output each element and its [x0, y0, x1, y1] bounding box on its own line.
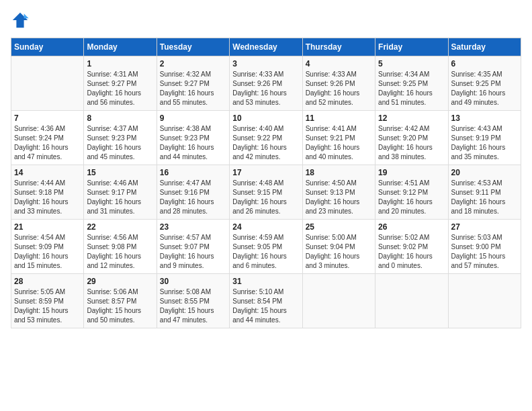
day-info: Sunrise: 4:42 AMSunset: 9:20 PMDaylight:… — [378, 124, 445, 162]
calendar-cell: 6 Sunrise: 4:35 AMSunset: 9:25 PMDayligh… — [448, 56, 521, 111]
day-number: 16 — [160, 168, 226, 177]
day-number: 27 — [451, 222, 518, 232]
day-info: Sunrise: 4:33 AMSunset: 9:26 PMDaylight:… — [306, 70, 372, 107]
day-number: 14 — [14, 168, 81, 177]
day-number: 24 — [232, 222, 299, 232]
calendar-cell: 27 Sunrise: 5:03 AMSunset: 9:00 PMDaylig… — [448, 220, 521, 274]
day-number: 31 — [232, 277, 299, 286]
weekday-header-tuesday: Tuesday — [157, 38, 229, 56]
day-number: 22 — [87, 222, 153, 232]
calendar-cell: 3 Sunrise: 4:33 AMSunset: 9:26 PMDayligh… — [230, 56, 302, 111]
calendar-cell — [11, 56, 84, 111]
day-number: 7 — [14, 113, 81, 123]
day-number: 13 — [451, 113, 518, 123]
weekday-header-saturday: Saturday — [448, 38, 521, 56]
day-info: Sunrise: 4:47 AMSunset: 9:16 PMDaylight:… — [160, 179, 226, 216]
day-info: Sunrise: 4:38 AMSunset: 9:23 PMDaylight:… — [160, 124, 226, 162]
day-number: 25 — [306, 222, 372, 232]
day-number: 15 — [87, 168, 153, 177]
day-info: Sunrise: 4:48 AMSunset: 9:15 PMDaylight:… — [232, 179, 299, 216]
day-info: Sunrise: 4:40 AMSunset: 9:22 PMDaylight:… — [232, 124, 299, 162]
day-number: 11 — [306, 113, 372, 123]
svg-marker-1 — [24, 13, 29, 18]
calendar-cell: 5 Sunrise: 4:34 AMSunset: 9:25 PMDayligh… — [375, 56, 448, 111]
day-info: Sunrise: 5:10 AMSunset: 8:54 PMDaylight:… — [232, 287, 299, 325]
day-info: Sunrise: 4:57 AMSunset: 9:07 PMDaylight:… — [160, 233, 226, 271]
week-row-5: 28 Sunrise: 5:05 AMSunset: 8:59 PMDaylig… — [11, 274, 521, 328]
day-number: 23 — [160, 222, 226, 232]
day-info: Sunrise: 4:36 AMSunset: 9:24 PMDaylight:… — [14, 124, 81, 162]
day-number: 21 — [14, 222, 81, 232]
calendar-cell: 16 Sunrise: 4:47 AMSunset: 9:16 PMDaylig… — [157, 165, 229, 220]
week-row-3: 14 Sunrise: 4:44 AMSunset: 9:18 PMDaylig… — [11, 165, 521, 220]
calendar-cell: 9 Sunrise: 4:38 AMSunset: 9:23 PMDayligh… — [157, 111, 229, 165]
day-number: 3 — [232, 59, 299, 68]
weekday-header-sunday: Sunday — [11, 38, 84, 56]
day-info: Sunrise: 5:06 AMSunset: 8:57 PMDaylight:… — [87, 287, 153, 325]
day-number: 2 — [160, 59, 226, 68]
calendar-cell — [302, 274, 375, 328]
day-info: Sunrise: 4:41 AMSunset: 9:21 PMDaylight:… — [306, 124, 372, 162]
calendar-cell: 26 Sunrise: 5:02 AMSunset: 9:02 PMDaylig… — [375, 220, 448, 274]
calendar-cell: 10 Sunrise: 4:40 AMSunset: 9:22 PMDaylig… — [230, 111, 302, 165]
day-number: 1 — [87, 59, 153, 68]
day-info: Sunrise: 4:35 AMSunset: 9:25 PMDaylight:… — [451, 70, 518, 107]
day-info: Sunrise: 4:50 AMSunset: 9:13 PMDaylight:… — [306, 179, 372, 216]
calendar-cell: 20 Sunrise: 4:53 AMSunset: 9:11 PMDaylig… — [448, 165, 521, 220]
day-info: Sunrise: 4:31 AMSunset: 9:27 PMDaylight:… — [87, 70, 153, 107]
day-info: Sunrise: 4:51 AMSunset: 9:12 PMDaylight:… — [378, 179, 445, 216]
day-number: 20 — [451, 168, 518, 177]
day-info: Sunrise: 4:53 AMSunset: 9:11 PMDaylight:… — [451, 179, 518, 216]
weekday-header-monday: Monday — [84, 38, 157, 56]
day-info: Sunrise: 4:43 AMSunset: 9:19 PMDaylight:… — [451, 124, 518, 162]
weekday-header-wednesday: Wednesday — [230, 38, 302, 56]
day-number: 4 — [306, 59, 372, 68]
day-number: 12 — [378, 113, 445, 123]
day-info: Sunrise: 4:33 AMSunset: 9:26 PMDaylight:… — [232, 70, 299, 107]
week-row-1: 1 Sunrise: 4:31 AMSunset: 9:27 PMDayligh… — [11, 56, 521, 111]
calendar-cell: 25 Sunrise: 5:00 AMSunset: 9:04 PMDaylig… — [302, 220, 375, 274]
day-number: 26 — [378, 222, 445, 232]
day-number: 10 — [232, 113, 299, 123]
week-row-4: 21 Sunrise: 4:54 AMSunset: 9:09 PMDaylig… — [11, 220, 521, 274]
day-info: Sunrise: 4:59 AMSunset: 9:05 PMDaylight:… — [232, 233, 299, 271]
weekday-header-thursday: Thursday — [302, 38, 375, 56]
calendar-cell: 14 Sunrise: 4:44 AMSunset: 9:18 PMDaylig… — [11, 165, 84, 220]
day-info: Sunrise: 4:32 AMSunset: 9:27 PMDaylight:… — [160, 70, 226, 107]
calendar-cell: 11 Sunrise: 4:41 AMSunset: 9:21 PMDaylig… — [302, 111, 375, 165]
day-info: Sunrise: 5:00 AMSunset: 9:04 PMDaylight:… — [306, 233, 372, 271]
calendar-cell: 22 Sunrise: 4:56 AMSunset: 9:08 PMDaylig… — [84, 220, 157, 274]
calendar-cell: 30 Sunrise: 5:08 AMSunset: 8:55 PMDaylig… — [157, 274, 229, 328]
calendar-cell — [448, 274, 521, 328]
day-info: Sunrise: 5:03 AMSunset: 9:00 PMDaylight:… — [451, 233, 518, 271]
day-info: Sunrise: 4:44 AMSunset: 9:18 PMDaylight:… — [14, 179, 81, 216]
svg-marker-0 — [13, 13, 28, 28]
day-info: Sunrise: 4:34 AMSunset: 9:25 PMDaylight:… — [378, 70, 445, 107]
day-number: 9 — [160, 113, 226, 123]
day-number: 28 — [14, 277, 81, 286]
day-number: 29 — [87, 277, 153, 286]
day-number: 17 — [232, 168, 299, 177]
calendar-cell: 4 Sunrise: 4:33 AMSunset: 9:26 PMDayligh… — [302, 56, 375, 111]
calendar-cell: 31 Sunrise: 5:10 AMSunset: 8:54 PMDaylig… — [230, 274, 302, 328]
calendar-cell: 21 Sunrise: 4:54 AMSunset: 9:09 PMDaylig… — [11, 220, 84, 274]
day-info: Sunrise: 4:46 AMSunset: 9:17 PMDaylight:… — [87, 179, 153, 216]
week-row-2: 7 Sunrise: 4:36 AMSunset: 9:24 PMDayligh… — [11, 111, 521, 165]
day-info: Sunrise: 4:56 AMSunset: 9:08 PMDaylight:… — [87, 233, 153, 271]
calendar-cell: 18 Sunrise: 4:50 AMSunset: 9:13 PMDaylig… — [302, 165, 375, 220]
calendar-cell: 13 Sunrise: 4:43 AMSunset: 9:19 PMDaylig… — [448, 111, 521, 165]
logo-icon — [11, 11, 30, 30]
logo — [11, 11, 32, 30]
day-info: Sunrise: 5:02 AMSunset: 9:02 PMDaylight:… — [378, 233, 445, 271]
calendar-cell: 28 Sunrise: 5:05 AMSunset: 8:59 PMDaylig… — [11, 274, 84, 328]
calendar-cell: 8 Sunrise: 4:37 AMSunset: 9:23 PMDayligh… — [84, 111, 157, 165]
calendar-cell: 1 Sunrise: 4:31 AMSunset: 9:27 PMDayligh… — [84, 56, 157, 111]
day-info: Sunrise: 4:54 AMSunset: 9:09 PMDaylight:… — [14, 233, 81, 271]
calendar-cell: 29 Sunrise: 5:06 AMSunset: 8:57 PMDaylig… — [84, 274, 157, 328]
calendar-cell: 24 Sunrise: 4:59 AMSunset: 9:05 PMDaylig… — [230, 220, 302, 274]
calendar-cell: 12 Sunrise: 4:42 AMSunset: 9:20 PMDaylig… — [375, 111, 448, 165]
day-number: 5 — [378, 59, 445, 68]
calendar-table: SundayMondayTuesdayWednesdayThursdayFrid… — [11, 38, 521, 328]
calendar-cell — [375, 274, 448, 328]
day-number: 6 — [451, 59, 518, 68]
